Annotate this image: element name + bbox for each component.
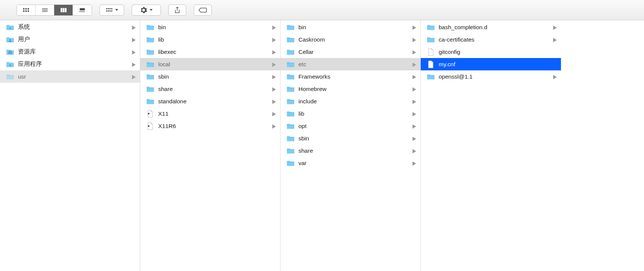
chevron-right-icon: ▶ bbox=[413, 136, 416, 141]
column-browser: 系统▶用户▶资源库▶应用程序▶usr▶bin▶lib▶libexec▶local… bbox=[0, 20, 644, 271]
list-item[interactable]: local▶ bbox=[140, 58, 280, 70]
item-name: sbin bbox=[158, 73, 268, 80]
list-item[interactable]: include▶ bbox=[280, 95, 420, 107]
list-item[interactable]: 系统▶ bbox=[0, 21, 140, 33]
list-item[interactable]: var▶ bbox=[280, 157, 420, 169]
list-item[interactable]: Cellar▶ bbox=[280, 46, 420, 58]
item-name: 应用程序 bbox=[18, 60, 128, 68]
item-name: etc bbox=[298, 61, 408, 68]
list-item[interactable]: Caskroom▶ bbox=[280, 33, 420, 46]
list-item[interactable]: etc▶ bbox=[280, 58, 420, 70]
chevron-right-icon: ▶ bbox=[272, 37, 276, 42]
list-item[interactable]: Homebrew▶ bbox=[280, 83, 420, 95]
share-icon bbox=[175, 7, 180, 13]
system-folder-icon bbox=[6, 24, 14, 31]
svg-rect-15 bbox=[82, 11, 83, 12]
list-item[interactable]: lib▶ bbox=[280, 107, 420, 120]
chevron-right-icon: ▶ bbox=[413, 98, 416, 104]
svg-rect-0 bbox=[23, 8, 24, 9]
action-button[interactable] bbox=[132, 4, 161, 16]
svg-rect-24 bbox=[111, 10, 112, 11]
folder-icon bbox=[286, 98, 295, 105]
folder-icon bbox=[286, 135, 295, 142]
svg-rect-19 bbox=[109, 8, 110, 9]
arrange-button[interactable] bbox=[99, 4, 124, 16]
folder-icon bbox=[427, 36, 435, 43]
folder-icon bbox=[427, 24, 435, 31]
item-name: Homebrew bbox=[298, 86, 408, 92]
svg-rect-16 bbox=[84, 11, 85, 12]
item-name: lib bbox=[298, 110, 408, 117]
list-item[interactable]: bin▶ bbox=[280, 21, 420, 33]
browser-column[interactable]: bin▶Caskroom▶Cellar▶etc▶Frameworks▶Homeb… bbox=[280, 20, 421, 271]
browser-column[interactable]: bash_completion.d▶ca-certificates▶gitcon… bbox=[421, 20, 561, 271]
item-name: gitconfig bbox=[439, 49, 557, 55]
folder-icon bbox=[146, 73, 154, 80]
view-list-button[interactable] bbox=[36, 5, 54, 15]
svg-rect-6 bbox=[42, 8, 47, 9]
folder-icon bbox=[286, 24, 295, 31]
list-item[interactable]: gitconfig bbox=[421, 46, 561, 58]
chevron-right-icon: ▶ bbox=[413, 160, 416, 166]
item-name: 用户 bbox=[18, 36, 128, 43]
view-gallery-button[interactable] bbox=[73, 5, 92, 15]
tag-button[interactable] bbox=[194, 4, 212, 16]
list-item[interactable]: X11R6▶ bbox=[140, 120, 280, 132]
list-item[interactable]: opt▶ bbox=[280, 120, 420, 132]
folder-icon bbox=[286, 86, 295, 92]
list-item[interactable]: bash_completion.d▶ bbox=[421, 21, 561, 33]
item-name: share bbox=[158, 86, 268, 92]
chevron-right-icon: ▶ bbox=[413, 123, 416, 129]
item-name: libexec bbox=[158, 49, 268, 55]
folder-icon bbox=[146, 86, 154, 92]
folder-icon bbox=[286, 110, 295, 117]
view-icons-button[interactable] bbox=[17, 5, 36, 15]
chevron-right-icon: ▶ bbox=[272, 98, 276, 104]
chevron-right-icon: ▶ bbox=[553, 24, 557, 30]
list-item[interactable]: 应用程序▶ bbox=[0, 58, 140, 70]
chevron-right-icon: ▶ bbox=[132, 61, 136, 67]
list-item[interactable]: share▶ bbox=[140, 83, 280, 95]
list-item[interactable]: share▶ bbox=[280, 144, 420, 157]
list-item[interactable]: standalone▶ bbox=[140, 95, 280, 107]
list-item[interactable]: sbin▶ bbox=[280, 132, 420, 144]
item-name: Frameworks bbox=[298, 73, 408, 80]
chevron-right-icon: ▶ bbox=[272, 61, 276, 67]
chevron-right-icon: ▶ bbox=[272, 111, 276, 116]
svg-rect-3 bbox=[23, 10, 24, 12]
folder-icon bbox=[146, 24, 154, 31]
item-name: X11 bbox=[158, 110, 268, 117]
browser-column[interactable]: bin▶lib▶libexec▶local▶sbin▶share▶standal… bbox=[140, 20, 280, 271]
folder-icon bbox=[146, 98, 154, 105]
list-item[interactable]: my.cnf bbox=[421, 58, 561, 70]
list-item[interactable]: X11▶ bbox=[140, 107, 280, 120]
list-item[interactable]: usr▶ bbox=[0, 70, 140, 83]
chevron-right-icon: ▶ bbox=[272, 24, 276, 30]
svg-rect-12 bbox=[80, 8, 85, 10]
list-item[interactable]: ca-certificates▶ bbox=[421, 33, 561, 46]
item-name: openssl@1.1 bbox=[439, 73, 549, 80]
gallery-icon bbox=[79, 7, 86, 13]
chevron-down-icon bbox=[150, 9, 153, 11]
svg-rect-20 bbox=[111, 8, 112, 9]
chevron-right-icon: ▶ bbox=[553, 37, 557, 42]
users-folder-icon bbox=[6, 36, 14, 43]
list-item[interactable]: 资源库▶ bbox=[0, 46, 140, 58]
list-item[interactable]: 用户▶ bbox=[0, 33, 140, 46]
list-item[interactable]: sbin▶ bbox=[140, 70, 280, 83]
folder-icon bbox=[286, 61, 295, 68]
list-item[interactable]: bin▶ bbox=[140, 21, 280, 33]
list-item[interactable]: lib▶ bbox=[140, 33, 280, 46]
list-item[interactable]: libexec▶ bbox=[140, 46, 280, 58]
folder-icon bbox=[286, 73, 295, 80]
svg-rect-1 bbox=[25, 8, 27, 9]
list-icon bbox=[42, 7, 48, 13]
item-name: ca-certificates bbox=[439, 36, 549, 43]
view-columns-button[interactable] bbox=[54, 5, 73, 15]
svg-rect-10 bbox=[63, 8, 64, 12]
browser-column[interactable]: 系统▶用户▶资源库▶应用程序▶usr▶ bbox=[0, 20, 140, 271]
share-button[interactable] bbox=[168, 4, 186, 16]
list-item[interactable]: openssl@1.1▶ bbox=[421, 70, 561, 83]
alias-icon bbox=[146, 123, 154, 130]
list-item[interactable]: Frameworks▶ bbox=[280, 70, 420, 83]
